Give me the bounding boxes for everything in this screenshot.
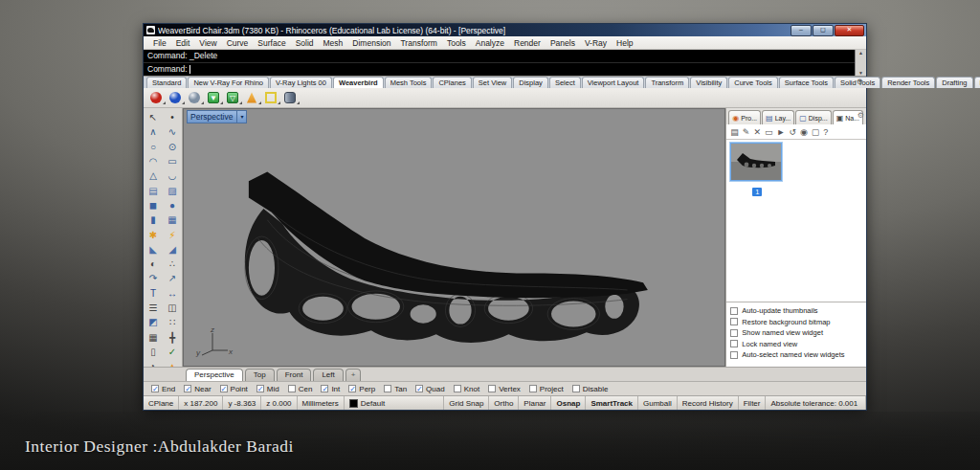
osnap-toggle[interactable]: Near: [184, 385, 211, 393]
menu-item[interactable]: Dimension: [347, 38, 395, 48]
text-tool-icon[interactable]: T: [144, 286, 163, 301]
vray-material-sphere-blue-icon[interactable]: [168, 91, 182, 104]
circle-icon[interactable]: ○: [144, 140, 163, 154]
restore-view-icon[interactable]: ↺: [789, 126, 796, 138]
osnap-toggle[interactable]: Vertex: [488, 385, 521, 393]
menu-item[interactable]: Solid: [291, 38, 319, 48]
notes-icon[interactable]: ▯: [144, 345, 163, 359]
point-cloud-icon[interactable]: ∴: [163, 257, 182, 271]
toolbar-tab[interactable]: Render Tools: [881, 77, 935, 88]
viewport-tab[interactable]: Front: [277, 369, 312, 381]
status-cell[interactable]: Default: [345, 396, 445, 410]
osnap-checkbox[interactable]: [184, 385, 191, 392]
save-view-icon[interactable]: ▤: [730, 126, 739, 138]
status-cell[interactable]: z 0.000: [261, 396, 297, 410]
check-selection-icon[interactable]: ✓: [163, 345, 182, 359]
panel-tab[interactable]: ▢ Disp...: [795, 110, 831, 124]
layers-icon[interactable]: ☰: [144, 301, 163, 315]
viewport-tab[interactable]: Top: [245, 369, 275, 381]
option-row[interactable]: Auto-update thumbnails: [730, 305, 866, 317]
status-cell[interactable]: Filter: [739, 396, 767, 410]
option-row[interactable]: Show named view widget: [730, 327, 866, 339]
chamfer-edge-icon[interactable]: ◢: [163, 242, 182, 257]
osnap-checkbox[interactable]: [348, 385, 356, 392]
cone-orange-icon[interactable]: [245, 91, 258, 104]
weaverbird-tool-icon[interactable]: ✱: [144, 227, 163, 241]
viewport-title-tab[interactable]: Perspective ▾: [187, 110, 247, 123]
menu-item[interactable]: Analyze: [471, 38, 509, 48]
panel-tab[interactable]: ◉ Pro...: [728, 110, 761, 124]
status-cell[interactable]: Osnap: [551, 396, 586, 410]
command-prompt-line[interactable]: Command:: [144, 62, 866, 76]
blend-curve-icon[interactable]: ◡: [163, 168, 182, 183]
rename-view-icon[interactable]: ▭: [765, 126, 773, 138]
perspective-viewport[interactable]: Perspective ▾: [183, 108, 725, 367]
command-scrollbar[interactable]: ▲▼: [855, 50, 866, 76]
osnap-toggle[interactable]: Mid: [256, 385, 279, 393]
osnap-checkbox[interactable]: [288, 385, 296, 392]
status-cell[interactable]: Ortho: [489, 396, 519, 410]
option-checkbox[interactable]: [730, 351, 738, 359]
menu-item[interactable]: File: [148, 38, 171, 48]
option-checkbox[interactable]: [730, 340, 738, 347]
arc-icon[interactable]: ◠: [144, 154, 163, 168]
array-icon[interactable]: ∷: [163, 315, 182, 329]
osnap-checkbox[interactable]: [321, 385, 328, 392]
osnap-toggle[interactable]: Disable: [572, 385, 609, 393]
menu-item[interactable]: V-Ray: [580, 38, 612, 48]
menu-item[interactable]: Mesh: [319, 38, 348, 48]
control-curve-icon[interactable]: ∿: [163, 124, 182, 139]
toolbar-tab[interactable]: Transform: [645, 77, 689, 88]
toolbar-tab[interactable]: Visibility: [690, 77, 727, 88]
menu-item[interactable]: Edit: [171, 38, 195, 48]
option-checkbox[interactable]: [730, 329, 738, 337]
status-cell[interactable]: CPlane: [144, 396, 179, 410]
option-row[interactable]: Restore background bitmap: [730, 317, 866, 328]
mesh-box-icon[interactable]: ▦: [163, 213, 182, 227]
toolbar-tab[interactable]: New in V5: [974, 77, 980, 88]
osnap-toggle[interactable]: Quad: [415, 385, 445, 393]
point-icon[interactable]: •: [163, 110, 182, 124]
panel-tab[interactable]: ▤ Lay...: [762, 110, 794, 124]
toolbar-tab[interactable]: Set View: [473, 77, 512, 88]
osnap-checkbox[interactable]: [256, 385, 264, 392]
viewport-tab[interactable]: Left: [313, 369, 343, 381]
help-icon[interactable]: ?: [823, 126, 828, 138]
status-cell[interactable]: Gumball: [638, 396, 678, 410]
explode-icon[interactable]: ⚡: [163, 227, 182, 241]
status-cell[interactable]: Grid Snap: [444, 396, 489, 410]
viewport-menu-arrow-icon[interactable]: ▾: [236, 111, 243, 123]
option-checkbox[interactable]: [730, 318, 738, 325]
status-cell[interactable]: Record History: [678, 396, 739, 410]
menu-item[interactable]: View: [194, 38, 221, 48]
title-bar[interactable]: WeaverBird Chair.3dm (7380 KB) - Rhinoce…: [144, 24, 866, 36]
edit-view-icon[interactable]: ✎: [743, 126, 750, 138]
menu-item[interactable]: Transform: [395, 38, 441, 48]
minimize-button[interactable]: –: [791, 25, 812, 36]
visibility-toggle-icon[interactable]: ◫: [163, 301, 182, 315]
vray-options-sphere-gray-icon[interactable]: [188, 91, 201, 104]
rectangle-icon[interactable]: ▭: [163, 154, 182, 168]
osnap-toggle[interactable]: Cen: [288, 385, 313, 393]
toolbar-tab[interactable]: Display: [513, 77, 548, 88]
osnap-checkbox[interactable]: [572, 385, 580, 392]
viewport-tab[interactable]: +: [345, 369, 362, 381]
status-cell[interactable]: Millimeters: [298, 396, 345, 410]
maximize-button[interactable]: ◻: [813, 25, 834, 36]
status-cell[interactable]: y -8.363: [223, 396, 261, 410]
toolbar-tab[interactable]: Viewport Layout: [582, 77, 645, 88]
vray-render-sphere-red-icon[interactable]: [149, 91, 163, 104]
surface-revolve-icon[interactable]: ▨: [163, 183, 182, 197]
menu-item[interactable]: Panels: [546, 38, 580, 48]
option-row[interactable]: Auto-select named view widgets: [730, 349, 866, 361]
osnap-toggle[interactable]: Project: [529, 385, 564, 393]
osnap-checkbox[interactable]: [454, 385, 461, 392]
move-icon[interactable]: ↗: [163, 271, 182, 285]
grid-tool-icon[interactable]: ▦: [144, 329, 163, 344]
monitor-icon[interactable]: ▢: [812, 126, 820, 138]
toolbar-tab[interactable]: Surface Tools: [779, 77, 834, 88]
weaverbird-frame-green-icon[interactable]: ▽: [226, 91, 239, 104]
close-button[interactable]: ✕: [835, 25, 864, 36]
chair-model-wireframe[interactable]: [184, 109, 724, 366]
menu-item[interactable]: Tools: [442, 38, 471, 48]
